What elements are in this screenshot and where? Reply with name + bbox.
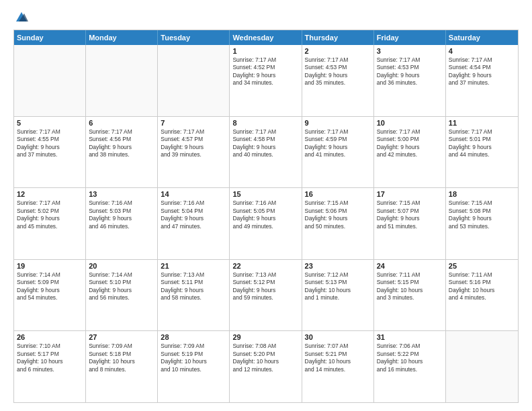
day-info: Sunrise: 7:17 AM Sunset: 4:53 PM Dayligh…: [377, 56, 443, 87]
day-info: Sunrise: 7:06 AM Sunset: 5:22 PM Dayligh…: [377, 342, 443, 373]
day-info: Sunrise: 7:17 AM Sunset: 4:55 PM Dayligh…: [17, 128, 83, 159]
day-number: 3: [377, 47, 443, 55]
calendar-cell: 1Sunrise: 7:17 AM Sunset: 4:52 PM Daylig…: [230, 45, 302, 116]
day-number: 27: [89, 333, 154, 341]
calendar-cell: 19Sunrise: 7:14 AM Sunset: 5:09 PM Dayli…: [14, 260, 86, 331]
day-info: Sunrise: 7:15 AM Sunset: 5:06 PM Dayligh…: [305, 199, 371, 230]
day-number: 17: [377, 190, 443, 198]
calendar-cell: 16Sunrise: 7:15 AM Sunset: 5:06 PM Dayli…: [302, 188, 374, 259]
day-info: Sunrise: 7:17 AM Sunset: 4:59 PM Dayligh…: [305, 128, 371, 159]
day-number: 24: [377, 262, 443, 270]
day-number: 7: [161, 119, 226, 127]
day-number: 10: [377, 119, 443, 127]
calendar-row: 1Sunrise: 7:17 AM Sunset: 4:52 PM Daylig…: [14, 45, 518, 116]
day-info: Sunrise: 7:15 AM Sunset: 5:07 PM Dayligh…: [377, 199, 443, 230]
day-number: 23: [305, 262, 371, 270]
day-number: 30: [305, 333, 371, 341]
day-number: 22: [232, 262, 298, 270]
calendar-cell: 13Sunrise: 7:16 AM Sunset: 5:03 PM Dayli…: [86, 188, 158, 259]
day-info: Sunrise: 7:17 AM Sunset: 4:53 PM Dayligh…: [305, 56, 371, 87]
calendar-cell: 2Sunrise: 7:17 AM Sunset: 4:53 PM Daylig…: [302, 45, 374, 116]
day-info: Sunrise: 7:17 AM Sunset: 5:00 PM Dayligh…: [377, 128, 443, 159]
calendar-cell: 20Sunrise: 7:14 AM Sunset: 5:10 PM Dayli…: [86, 260, 158, 331]
calendar-cell: [158, 45, 230, 116]
day-info: Sunrise: 7:08 AM Sunset: 5:20 PM Dayligh…: [232, 342, 298, 373]
day-number: 15: [232, 190, 298, 198]
day-number: 11: [449, 119, 515, 127]
day-number: 19: [17, 262, 83, 270]
day-info: Sunrise: 7:14 AM Sunset: 5:09 PM Dayligh…: [17, 271, 83, 302]
calendar-cell: 21Sunrise: 7:13 AM Sunset: 5:11 PM Dayli…: [158, 260, 230, 331]
calendar-cell: 4Sunrise: 7:17 AM Sunset: 4:54 PM Daylig…: [446, 45, 518, 116]
calendar-row: 5Sunrise: 7:17 AM Sunset: 4:55 PM Daylig…: [14, 116, 518, 188]
logo-icon: [15, 11, 28, 23]
day-info: Sunrise: 7:09 AM Sunset: 5:19 PM Dayligh…: [161, 342, 226, 373]
day-info: Sunrise: 7:13 AM Sunset: 5:12 PM Dayligh…: [232, 271, 298, 302]
day-info: Sunrise: 7:12 AM Sunset: 5:13 PM Dayligh…: [305, 271, 371, 302]
day-info: Sunrise: 7:15 AM Sunset: 5:08 PM Dayligh…: [449, 199, 515, 230]
day-info: Sunrise: 7:14 AM Sunset: 5:10 PM Dayligh…: [89, 271, 154, 302]
day-info: Sunrise: 7:09 AM Sunset: 5:18 PM Dayligh…: [89, 342, 154, 373]
calendar-body: 1Sunrise: 7:17 AM Sunset: 4:52 PM Daylig…: [14, 45, 518, 402]
calendar-cell: 3Sunrise: 7:17 AM Sunset: 4:53 PM Daylig…: [374, 45, 446, 116]
day-info: Sunrise: 7:17 AM Sunset: 4:56 PM Dayligh…: [89, 128, 154, 159]
day-info: Sunrise: 7:17 AM Sunset: 4:58 PM Dayligh…: [232, 128, 298, 159]
calendar-row: 19Sunrise: 7:14 AM Sunset: 5:09 PM Dayli…: [14, 259, 518, 331]
calendar-cell: 27Sunrise: 7:09 AM Sunset: 5:18 PM Dayli…: [86, 331, 158, 402]
calendar-cell: 15Sunrise: 7:16 AM Sunset: 5:05 PM Dayli…: [230, 188, 302, 259]
day-number: 14: [161, 190, 226, 198]
calendar-cell: 7Sunrise: 7:17 AM Sunset: 4:57 PM Daylig…: [158, 117, 230, 188]
day-info: Sunrise: 7:10 AM Sunset: 5:17 PM Dayligh…: [17, 342, 83, 373]
day-number: 13: [89, 190, 154, 198]
calendar-cell: [86, 45, 158, 116]
day-number: 5: [17, 119, 83, 127]
calendar-cell: 12Sunrise: 7:17 AM Sunset: 5:02 PM Dayli…: [14, 188, 86, 259]
calendar-header-cell: Tuesday: [158, 30, 230, 45]
logo: [13, 11, 28, 23]
day-info: Sunrise: 7:17 AM Sunset: 5:02 PM Dayligh…: [17, 199, 83, 230]
day-number: 1: [232, 47, 298, 55]
calendar-cell: 28Sunrise: 7:09 AM Sunset: 5:19 PM Dayli…: [158, 331, 230, 402]
day-info: Sunrise: 7:16 AM Sunset: 5:03 PM Dayligh…: [89, 199, 154, 230]
calendar-cell: 18Sunrise: 7:15 AM Sunset: 5:08 PM Dayli…: [446, 188, 518, 259]
day-number: 18: [449, 190, 515, 198]
calendar-header-cell: Thursday: [302, 30, 374, 45]
day-number: 26: [17, 333, 83, 341]
calendar-cell: 5Sunrise: 7:17 AM Sunset: 4:55 PM Daylig…: [14, 117, 86, 188]
calendar-cell: 25Sunrise: 7:11 AM Sunset: 5:16 PM Dayli…: [446, 260, 518, 331]
calendar-cell: 11Sunrise: 7:17 AM Sunset: 5:01 PM Dayli…: [446, 117, 518, 188]
calendar-cell: 22Sunrise: 7:13 AM Sunset: 5:12 PM Dayli…: [230, 260, 302, 331]
calendar-cell: 6Sunrise: 7:17 AM Sunset: 4:56 PM Daylig…: [86, 117, 158, 188]
day-info: Sunrise: 7:07 AM Sunset: 5:21 PM Dayligh…: [305, 342, 371, 373]
calendar-cell: 24Sunrise: 7:11 AM Sunset: 5:15 PM Dayli…: [374, 260, 446, 331]
calendar-header-cell: Sunday: [14, 30, 86, 45]
calendar-cell: 31Sunrise: 7:06 AM Sunset: 5:22 PM Dayli…: [374, 331, 446, 402]
calendar: SundayMondayTuesdayWednesdayThursdayFrid…: [13, 30, 519, 403]
day-info: Sunrise: 7:11 AM Sunset: 5:16 PM Dayligh…: [449, 271, 515, 302]
day-info: Sunrise: 7:11 AM Sunset: 5:15 PM Dayligh…: [377, 271, 443, 302]
calendar-cell: [446, 331, 518, 402]
day-info: Sunrise: 7:16 AM Sunset: 5:04 PM Dayligh…: [161, 199, 226, 230]
calendar-row: 12Sunrise: 7:17 AM Sunset: 5:02 PM Dayli…: [14, 187, 518, 259]
day-number: 25: [449, 262, 515, 270]
day-number: 29: [232, 333, 298, 341]
day-number: 16: [305, 190, 371, 198]
calendar-cell: 17Sunrise: 7:15 AM Sunset: 5:07 PM Dayli…: [374, 188, 446, 259]
calendar-row: 26Sunrise: 7:10 AM Sunset: 5:17 PM Dayli…: [14, 330, 518, 402]
day-number: 20: [89, 262, 154, 270]
day-info: Sunrise: 7:13 AM Sunset: 5:11 PM Dayligh…: [161, 271, 226, 302]
calendar-cell: [14, 45, 86, 116]
day-info: Sunrise: 7:17 AM Sunset: 4:52 PM Dayligh…: [232, 56, 298, 87]
calendar-header-cell: Friday: [374, 30, 446, 45]
day-number: 2: [305, 47, 371, 55]
day-number: 8: [232, 119, 298, 127]
day-info: Sunrise: 7:16 AM Sunset: 5:05 PM Dayligh…: [232, 199, 298, 230]
day-info: Sunrise: 7:17 AM Sunset: 4:54 PM Dayligh…: [449, 56, 515, 87]
day-number: 4: [449, 47, 515, 55]
calendar-header-cell: Saturday: [446, 30, 518, 45]
day-number: 12: [17, 190, 83, 198]
day-number: 28: [161, 333, 226, 341]
calendar-header: SundayMondayTuesdayWednesdayThursdayFrid…: [14, 30, 518, 45]
day-info: Sunrise: 7:17 AM Sunset: 5:01 PM Dayligh…: [449, 128, 515, 159]
day-number: 6: [89, 119, 154, 127]
